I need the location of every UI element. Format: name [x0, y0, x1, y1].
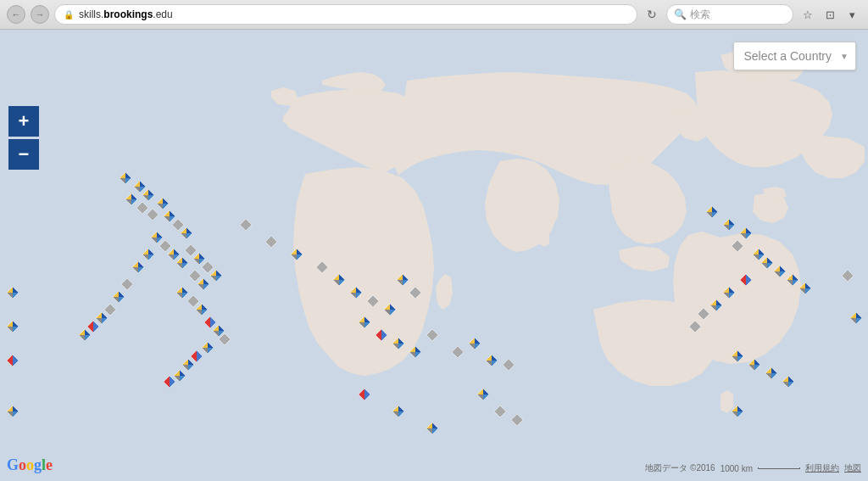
map-marker[interactable]: [264, 235, 278, 249]
map-marker[interactable]: [332, 273, 346, 287]
reader-button[interactable]: ⊡: [821, 5, 839, 24]
map-marker[interactable]: [180, 227, 193, 240]
map-marker[interactable]: [383, 303, 397, 316]
map-marker[interactable]: [175, 256, 189, 270]
report-link[interactable]: 地図: [844, 462, 861, 474]
map-marker[interactable]: [493, 405, 507, 418]
map-marker[interactable]: [722, 286, 736, 299]
svg-marker-163: [240, 219, 252, 231]
map-marker[interactable]: [195, 303, 209, 316]
map-marker[interactable]: [688, 320, 702, 333]
map-marker[interactable]: [6, 405, 19, 418]
zoom-controls: + −: [8, 106, 39, 170]
map-marker[interactable]: [798, 282, 812, 295]
zoom-out-button[interactable]: −: [8, 139, 39, 170]
map-marker[interactable]: [375, 328, 388, 342]
map-marker[interactable]: [765, 366, 778, 380]
reload-button[interactable]: ↻: [643, 5, 661, 24]
map-marker[interactable]: [426, 422, 439, 435]
map-marker[interactable]: [722, 218, 736, 232]
map-marker[interactable]: [409, 286, 422, 299]
map-marker[interactable]: [358, 388, 371, 401]
map-marker[interactable]: [120, 277, 134, 291]
country-select-button[interactable]: Select a Country: [733, 42, 857, 70]
map-marker[interactable]: [6, 354, 19, 367]
lock-icon: 🔒: [64, 10, 74, 20]
map-marker[interactable]: [739, 273, 753, 287]
svg-marker-211: [426, 329, 438, 341]
map-marker[interactable]: [748, 358, 761, 372]
map-marker[interactable]: [510, 413, 524, 427]
map-marker[interactable]: [163, 375, 176, 389]
map-marker[interactable]: [760, 256, 774, 270]
map-marker[interactable]: [841, 269, 854, 282]
map-marker[interactable]: [426, 328, 439, 342]
svg-marker-113: [164, 376, 170, 388]
map-marker[interactable]: [409, 345, 422, 359]
map-marker[interactable]: [697, 307, 710, 321]
map-marker[interactable]: [131, 260, 145, 274]
map-marker[interactable]: [782, 375, 795, 389]
map-marker[interactable]: [709, 299, 723, 312]
map-marker[interactable]: [731, 239, 744, 253]
map-marker[interactable]: [197, 277, 210, 291]
map-marker[interactable]: [142, 248, 155, 261]
svg-marker-93: [219, 333, 231, 345]
map-marker[interactable]: [731, 350, 744, 363]
map-marker[interactable]: [315, 260, 329, 274]
map-marker[interactable]: [112, 290, 125, 304]
svg-marker-298: [698, 308, 709, 320]
map-marker[interactable]: [218, 333, 231, 346]
svg-marker-212: [452, 346, 464, 358]
terms-link[interactable]: 利用規約: [805, 462, 839, 474]
map-marker[interactable]: [786, 273, 799, 287]
svg-marker-125: [121, 278, 133, 290]
map-marker[interactable]: [739, 227, 753, 240]
menu-button[interactable]: ▾: [843, 5, 861, 24]
google-logo: Google: [7, 456, 53, 474]
bookmark-button[interactable]: ☆: [798, 5, 817, 24]
svg-marker-243: [511, 414, 523, 426]
map-marker[interactable]: [476, 388, 490, 401]
forward-button[interactable]: →: [31, 5, 49, 24]
map-marker[interactable]: [485, 354, 498, 367]
svg-marker-199: [376, 329, 381, 341]
zoom-in-button[interactable]: +: [8, 106, 39, 137]
map-marker[interactable]: [392, 405, 405, 418]
map-footer: 地図データ ©2016 1000 km 利用規約 地図: [645, 462, 861, 474]
map-marker[interactable]: [156, 197, 170, 210]
map-marker[interactable]: [6, 320, 19, 333]
map-marker[interactable]: [290, 248, 303, 261]
map-marker[interactable]: [705, 205, 719, 219]
map-marker[interactable]: [119, 171, 132, 185]
map-marker[interactable]: [366, 294, 380, 308]
svg-marker-164: [265, 236, 277, 248]
map-marker[interactable]: [239, 218, 253, 232]
map-marker[interactable]: [451, 345, 465, 359]
map-marker[interactable]: [349, 286, 363, 299]
map-marker[interactable]: [392, 337, 405, 350]
map-marker[interactable]: [731, 405, 744, 418]
browser-chrome: ← → 🔒 skills.brookings.edu ↻ 🔍 検索 ☆ ⊡ ▾: [0, 0, 868, 30]
map-marker[interactable]: [849, 311, 863, 325]
map-marker[interactable]: [209, 269, 223, 282]
svg-marker-181: [367, 295, 379, 307]
url-bar[interactable]: 🔒 skills.brookings.edu: [54, 4, 637, 25]
map-marker[interactable]: [78, 328, 92, 342]
search-bar[interactable]: 🔍 検索: [666, 4, 793, 25]
map-marker[interactable]: [468, 337, 481, 350]
svg-marker-325: [842, 270, 854, 282]
map-marker[interactable]: [773, 265, 787, 278]
map-marker[interactable]: [142, 188, 155, 202]
map-marker[interactable]: [396, 273, 409, 287]
back-button[interactable]: ←: [7, 5, 25, 24]
svg-marker-137: [93, 321, 99, 333]
svg-marker-198: [381, 329, 387, 341]
map-marker[interactable]: [502, 358, 515, 372]
svg-marker-156: [7, 355, 13, 366]
map-marker[interactable]: [358, 316, 371, 329]
map-marker[interactable]: [6, 286, 19, 299]
svg-marker-112: [170, 376, 175, 388]
url-text: skills.brookings.edu: [79, 8, 628, 20]
svg-marker-99: [197, 350, 203, 362]
